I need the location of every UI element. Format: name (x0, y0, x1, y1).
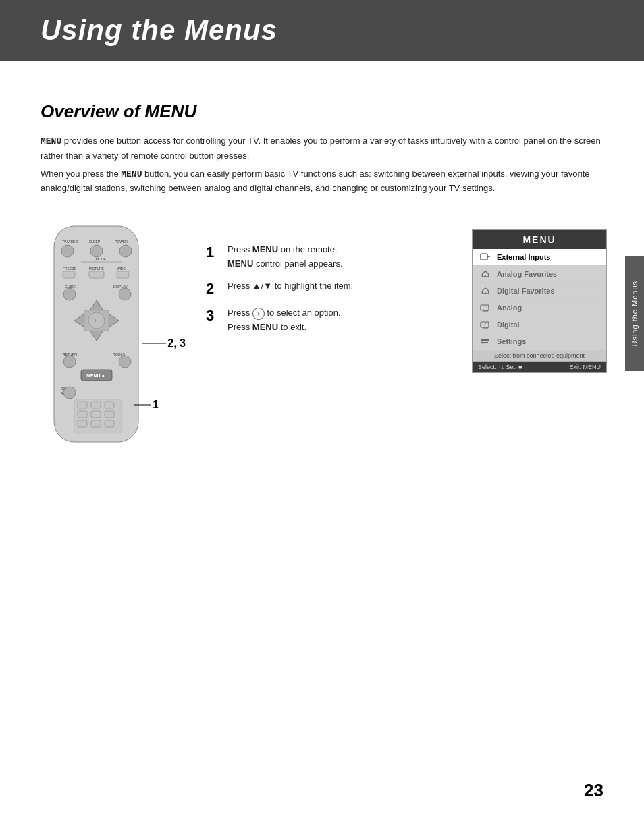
keyword-menu-exit: MENU (252, 322, 278, 332)
menu-item-analog: Analog (473, 300, 606, 316)
svg-text:+: + (94, 319, 97, 323)
svg-rect-13 (89, 271, 104, 278)
menu-item-digital: Digital (473, 316, 606, 333)
svg-text:TV/VIDEO: TV/VIDEO (62, 240, 78, 244)
keyword-menu-step1: MENU (252, 244, 278, 254)
step-label-1-container: 1 (134, 399, 159, 411)
keyword-menu-2: MENU (121, 169, 142, 180)
overview-text-2a: When you press the (41, 169, 121, 179)
header-bar: Using the Menus (0, 0, 644, 61)
svg-point-29 (119, 356, 131, 368)
menu-item-external-inputs: External Inputs (473, 249, 606, 266)
step-1-row: 1 Press MENU on the remote. MENU control… (206, 243, 452, 271)
side-tab-label: Using the Menus (630, 281, 639, 347)
step-label-2-3-container: 2, 3 (142, 337, 186, 350)
svg-text:SLEEP: SLEEP (89, 240, 101, 244)
svg-rect-14 (117, 271, 129, 278)
svg-text:MODE: MODE (96, 257, 107, 261)
menu-item-analog-label: Analog (497, 304, 522, 312)
svg-rect-47 (481, 254, 487, 260)
step-3-number: 3 (206, 306, 221, 326)
svg-rect-40 (91, 411, 101, 418)
svg-point-34 (63, 387, 76, 399)
analog-icon (479, 303, 491, 312)
menu-box: MENU External Inputs (472, 229, 607, 373)
keyword-menu-step1b: MENU (227, 258, 253, 269)
step-2-number: 2 (206, 279, 221, 299)
remote-container: TV/VIDEO SLEEP POWER MODE FREEZE PICTURE… (41, 223, 165, 448)
svg-rect-59 (481, 339, 487, 341)
step-2-text: Press ▲/▼ to highlight the item. (227, 279, 353, 294)
svg-point-4 (61, 245, 74, 257)
center-button-icon: + (252, 308, 265, 320)
svg-point-61 (487, 339, 489, 341)
analog-favorites-icon (479, 269, 491, 279)
step-label-2-3: 2, 3 (167, 337, 186, 350)
svg-rect-42 (78, 420, 87, 427)
keyword-menu-1: MENU (41, 136, 61, 146)
svg-text:POWER: POWER (115, 240, 128, 244)
menu-nav-exit: Exit: MENU (569, 364, 601, 370)
step-1-text: Press MENU on the remote. MENU control p… (227, 243, 343, 271)
menu-item-external-inputs-label: External Inputs (497, 253, 550, 261)
side-tab: Using the Menus (625, 256, 644, 371)
step-1-number: 1 (206, 243, 221, 263)
svg-rect-12 (63, 271, 75, 278)
overview-paragraph-1: MENU provides one button access for cont… (41, 134, 607, 163)
overview-title: Overview of MENU (41, 101, 607, 122)
svg-point-62 (482, 342, 484, 344)
menu-item-digital-favorites: Digital Favorites (473, 283, 606, 300)
svg-rect-54 (481, 322, 489, 327)
svg-point-5 (90, 245, 103, 257)
menu-item-digital-label: Digital (497, 321, 520, 329)
svg-rect-39 (78, 411, 87, 418)
svg-text:FREEZE: FREEZE (63, 267, 76, 271)
arrow-up-icon: ▲ (252, 281, 261, 291)
overview-paragraph-2: When you press the MENU button, you can … (41, 167, 607, 196)
digital-icon (479, 320, 491, 329)
svg-rect-41 (105, 411, 114, 418)
svg-rect-43 (91, 420, 101, 427)
svg-point-18 (119, 288, 131, 300)
menu-item-analog-favorites-label: Analog Favorites (497, 270, 557, 278)
menu-screenshot: MENU External Inputs (472, 229, 607, 373)
svg-rect-36 (78, 402, 87, 408)
diagram-area: TV/VIDEO SLEEP POWER MODE FREEZE PICTURE… (41, 223, 607, 448)
menu-footer-text: Select from connected equipment (473, 350, 606, 362)
svg-point-17 (63, 288, 76, 300)
input-icon (479, 252, 491, 262)
svg-marker-49 (489, 255, 490, 258)
menu-item-digital-favorites-label: Digital Favorites (497, 287, 555, 295)
remote-svg: TV/VIDEO SLEEP POWER MODE FREEZE PICTURE… (41, 223, 152, 445)
instructions: 1 Press MENU on the remote. MENU control… (186, 223, 452, 343)
menu-title: MENU (473, 230, 606, 249)
svg-point-28 (63, 356, 76, 368)
main-content: Overview of MENU MENU provides one butto… (0, 61, 644, 475)
step-3-row: 3 Press + to select an option. Press MEN… (206, 306, 452, 335)
arrow-down-icon: ▼ (263, 281, 272, 291)
step-2-row: 2 Press ▲/▼ to highlight the item. (206, 279, 452, 299)
svg-text:WIDE: WIDE (117, 267, 126, 271)
svg-text:MENU ●: MENU ● (86, 373, 105, 378)
step-3-text: Press + to select an option. Press MENU … (227, 306, 341, 335)
svg-rect-50 (481, 305, 489, 310)
menu-nav-bar: Select: ↑↓ Set: ■ Exit: MENU (473, 362, 606, 372)
settings-icon (479, 337, 491, 346)
svg-point-6 (119, 245, 132, 257)
menu-item-analog-favorites: Analog Favorites (473, 266, 606, 283)
step-label-1: 1 (153, 399, 159, 411)
svg-rect-38 (105, 402, 114, 408)
menu-nav-select: Select: ↑↓ Set: ■ (478, 364, 522, 370)
menu-item-settings-label: Settings (497, 337, 526, 346)
page-title: Using the Menus (41, 14, 277, 47)
page-number: 23 (584, 780, 603, 801)
overview-text-1: provides one button access for controlli… (41, 136, 601, 161)
svg-text:PICTURE: PICTURE (89, 267, 105, 271)
digital-favorites-icon (479, 286, 491, 296)
svg-rect-37 (91, 402, 101, 408)
menu-item-settings: Settings (473, 333, 606, 350)
svg-rect-44 (105, 420, 114, 427)
